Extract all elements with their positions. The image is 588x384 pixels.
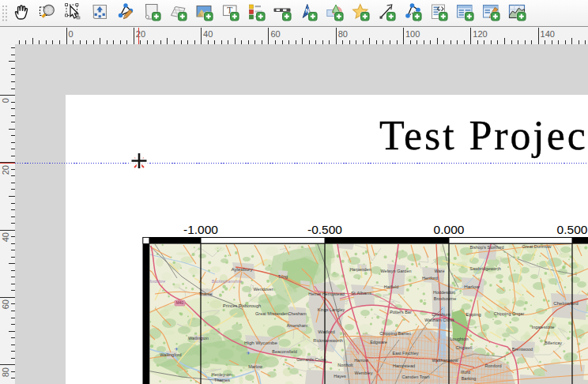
svg-text:M40: M40: [176, 300, 184, 305]
svg-text:Great Dunmow: Great Dunmow: [522, 244, 552, 249]
svg-text:Ware: Ware: [435, 269, 445, 273]
svg-text:-1.000: -1.000: [183, 223, 218, 236]
svg-text:Walthamstow: Walthamstow: [432, 358, 458, 363]
svg-text:Aylesbury: Aylesbury: [231, 266, 253, 272]
svg-text:Camden Town: Camden Town: [401, 375, 429, 379]
svg-text:Epping: Epping: [466, 311, 481, 317]
svg-text:Ingatestone: Ingatestone: [532, 325, 555, 329]
svg-text:Chigwell: Chigwell: [456, 345, 473, 350]
svg-text:Edgware: Edgware: [370, 340, 387, 344]
svg-text:Thames: Thames: [214, 378, 230, 382]
svg-text:Wembley: Wembley: [355, 371, 373, 375]
svg-text:Rickmansworth: Rickmansworth: [313, 338, 343, 343]
svg-text:Billericay: Billericay: [545, 341, 562, 345]
svg-text:East Finchley: East Finchley: [392, 351, 418, 356]
svg-text:Waltham Cross: Waltham Cross: [424, 318, 454, 322]
svg-text:Wendover: Wendover: [254, 287, 273, 292]
svg-text:Hayes: Hayes: [334, 374, 346, 378]
svg-text:Harlow: Harlow: [464, 284, 480, 289]
svg-text:Broxbourne: Broxbourne: [434, 296, 456, 301]
svg-text:Great Missenden: Great Missenden: [255, 311, 288, 316]
svg-text:0.000: 0.000: [434, 223, 465, 236]
svg-text:Princes Risborough: Princes Risborough: [223, 303, 261, 308]
svg-text:Hatfield: Hatfield: [384, 284, 399, 289]
svg-text:St Albans: St Albans: [351, 290, 371, 296]
svg-text:Hertford: Hertford: [422, 276, 438, 280]
svg-text:Cheshunt: Cheshunt: [432, 312, 450, 317]
svg-text:Welwyn Garden: Welwyn Garden: [380, 269, 411, 273]
svg-text:Bishop's Stortford: Bishop's Stortford: [469, 245, 503, 250]
svg-text:Watlington: Watlington: [188, 336, 209, 341]
svg-text:Buckinghamshire: Buckinghamshire: [212, 279, 243, 284]
svg-text:Loughton: Loughton: [450, 337, 469, 341]
svg-text:Romford: Romford: [484, 363, 501, 368]
svg-text:Marlow: Marlow: [248, 364, 262, 369]
svg-text:Chesham: Chesham: [288, 311, 307, 316]
svg-text:Chipping Barnet: Chipping Barnet: [379, 331, 411, 336]
svg-text:Northolt: Northolt: [337, 363, 353, 367]
svg-text:✈: ✈: [174, 347, 178, 352]
svg-text:Tring: Tring: [278, 274, 288, 279]
svg-text:Chelmsford: Chelmsford: [553, 300, 579, 306]
svg-text:-0.500: -0.500: [307, 223, 342, 236]
svg-text:Hoddesdon: Hoddesdon: [433, 290, 455, 295]
svg-text:Potters Bar: Potters Bar: [390, 310, 412, 314]
svg-text:Hampstead: Hampstead: [393, 363, 415, 368]
svg-text:Barking: Barking: [462, 376, 477, 381]
svg-text:Ilford: Ilford: [461, 370, 470, 375]
svg-text:Brentwood: Brentwood: [512, 347, 533, 352]
svg-text:Chipping Ongar: Chipping Ongar: [494, 311, 525, 316]
svg-text:Harrow: Harrow: [354, 358, 368, 363]
svg-text:Kings Langley: Kings Langley: [318, 307, 345, 312]
svg-text:0.500: 0.500: [557, 223, 588, 236]
svg-text:Watford: Watford: [318, 329, 335, 334]
svg-text:Sawbridgeworth: Sawbridgeworth: [469, 266, 500, 271]
svg-text:Beaconsfield: Beaconsfield: [272, 349, 297, 354]
svg-text:Harpenden: Harpenden: [349, 267, 371, 272]
svg-text:High Wycombe: High Wycombe: [244, 340, 277, 345]
svg-text:Henley-on-: Henley-on-: [212, 372, 233, 377]
svg-text:Amersham: Amersham: [287, 323, 308, 328]
svg-text:Hemel Hempstead: Hemel Hempstead: [308, 292, 345, 296]
svg-text:Gerrards Cross: Gerrards Cross: [296, 357, 326, 362]
svg-text:✈: ✈: [246, 351, 250, 356]
svg-text:Wallingford: Wallingford: [160, 352, 181, 357]
